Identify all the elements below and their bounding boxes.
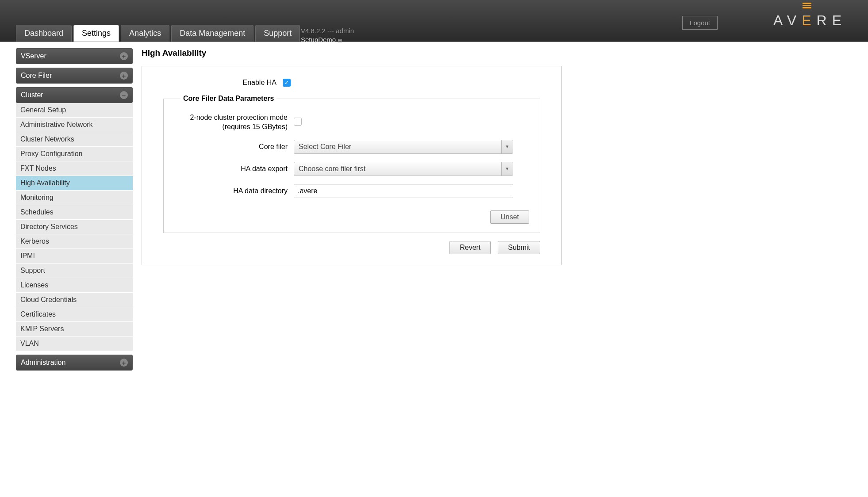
logo-e2: E xyxy=(832,12,847,28)
tab-settings[interactable]: Settings xyxy=(73,25,119,42)
tab-analytics[interactable]: Analytics xyxy=(121,25,169,42)
cluster-name: SetupDemo xyxy=(301,36,336,43)
nav-label: VServer xyxy=(21,52,46,60)
nav-header-cluster[interactable]: Cluster xyxy=(16,87,133,103)
nav-label: Cluster xyxy=(21,91,43,99)
sidebar-item-certificates[interactable]: Certificates xyxy=(16,307,133,322)
enable-ha-label: Enable HA xyxy=(163,79,283,87)
sidebar-item-directory-services[interactable]: Directory Services xyxy=(16,220,133,234)
sidebar-item-schedules[interactable]: Schedules xyxy=(16,205,133,220)
minus-icon xyxy=(120,91,128,99)
sidebar-item-fxt-nodes[interactable]: FXT Nodes xyxy=(16,161,133,176)
sidebar-item-support[interactable]: Support xyxy=(16,264,133,278)
ha-dir-input[interactable] xyxy=(294,184,513,198)
enable-ha-checkbox[interactable]: ✓ xyxy=(283,79,291,87)
logout-button[interactable]: Logout xyxy=(682,16,718,30)
core-filer-fieldset: Core Filer Data Parameters 2-node cluste… xyxy=(163,95,540,233)
nav-header-core-filer[interactable]: Core Filer xyxy=(16,68,133,84)
fieldset-legend: Core Filer Data Parameters xyxy=(181,95,277,103)
content-area: High Availability Enable HA ✓ Core Filer… xyxy=(133,48,868,371)
logo-e: E xyxy=(802,12,816,29)
plus-icon xyxy=(120,52,128,60)
sidebar: VServer Core Filer Cluster General Setup… xyxy=(16,48,133,371)
nav-label: Core Filer xyxy=(21,72,52,80)
logo-r: R xyxy=(817,12,832,28)
version-info: V4.8.2.2 --- admin SetupDemo▤ xyxy=(301,27,354,44)
ha-export-select[interactable]: Choose core filer first ▼ xyxy=(294,162,513,176)
tab-dashboard[interactable]: Dashboard xyxy=(16,25,72,42)
sidebar-item-cluster-networks[interactable]: Cluster Networks xyxy=(16,132,133,147)
ha-dir-label: HA data directory xyxy=(174,187,294,195)
ha-export-label: HA data export xyxy=(174,165,294,173)
core-filer-label: Core filer xyxy=(174,143,294,151)
main-tabs: Dashboard Settings Analytics Data Manage… xyxy=(16,25,300,42)
logo: AVERE xyxy=(773,12,847,29)
plus-icon xyxy=(120,72,128,80)
logo-a: A xyxy=(773,12,787,28)
sidebar-item-monitoring[interactable]: Monitoring xyxy=(16,191,133,205)
version-line: V4.8.2.2 --- admin xyxy=(301,27,354,35)
sidebar-item-proxy-configuration[interactable]: Proxy Configuration xyxy=(16,147,133,161)
revert-button[interactable]: Revert xyxy=(449,241,491,254)
chevron-down-icon: ▼ xyxy=(501,162,513,176)
sidebar-item-vlan[interactable]: VLAN xyxy=(16,336,133,351)
plus-icon xyxy=(120,359,128,367)
ha-panel: Enable HA ✓ Core Filer Data Parameters 2… xyxy=(142,66,562,265)
sidebar-item-kmip-servers[interactable]: KMIP Servers xyxy=(16,322,133,336)
nav-header-administration[interactable]: Administration xyxy=(16,355,133,371)
sidebar-item-high-availability[interactable]: High Availability xyxy=(16,176,133,191)
core-filer-select[interactable]: Select Core Filer ▼ xyxy=(294,140,513,154)
nav-label: Administration xyxy=(21,359,65,367)
header-bar: Logout AVERE V4.8.2.2 --- admin SetupDem… xyxy=(0,0,868,42)
two-node-label: 2-node cluster protection mode (requires… xyxy=(174,113,294,132)
sidebar-item-administrative-network[interactable]: Administrative Network xyxy=(16,118,133,132)
ha-export-value: Choose core filer first xyxy=(294,162,501,176)
chevron-down-icon: ▼ xyxy=(501,140,513,153)
nav-header-vserver[interactable]: VServer xyxy=(16,48,133,64)
core-filer-value: Select Core Filer xyxy=(294,140,501,153)
sidebar-item-kerberos[interactable]: Kerberos xyxy=(16,234,133,249)
page-title: High Availability xyxy=(142,48,859,58)
document-icon[interactable]: ▤ xyxy=(338,38,342,43)
sidebar-item-licenses[interactable]: Licenses xyxy=(16,278,133,293)
sidebar-item-general-setup[interactable]: General Setup xyxy=(16,103,133,118)
two-node-checkbox[interactable] xyxy=(294,118,302,126)
sidebar-item-cloud-credentials[interactable]: Cloud Credentials xyxy=(16,293,133,307)
tab-data-management[interactable]: Data Management xyxy=(171,25,253,42)
submit-button[interactable]: Submit xyxy=(498,241,540,254)
tab-support[interactable]: Support xyxy=(255,25,300,42)
unset-button[interactable]: Unset xyxy=(490,210,529,224)
logo-v: V xyxy=(787,12,802,28)
sidebar-item-ipmi[interactable]: IPMI xyxy=(16,249,133,264)
